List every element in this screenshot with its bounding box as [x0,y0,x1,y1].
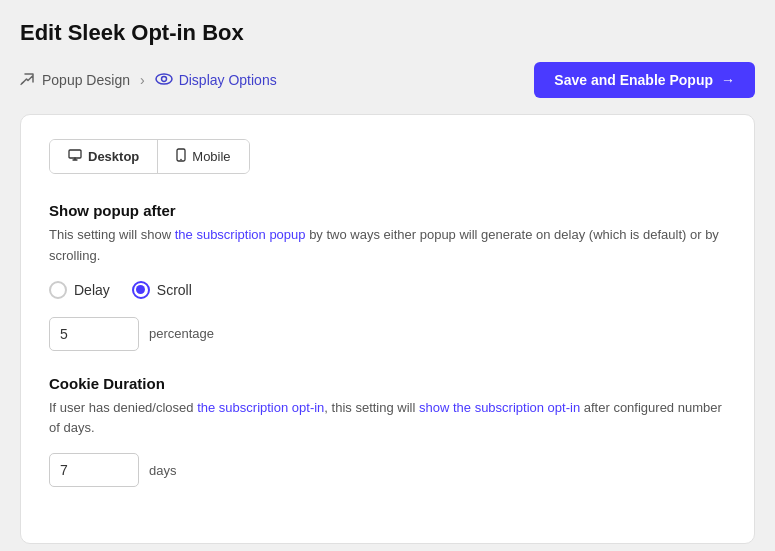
save-button-label: Save and Enable Popup [554,72,713,88]
cookie-days-input[interactable] [49,453,139,487]
cookie-duration-desc: If user has denied/closed the subscripti… [49,398,726,440]
tab-row: Desktop Mobile [49,139,250,174]
radio-delay-indicator [49,281,67,299]
design-icon [20,71,36,90]
tab-mobile[interactable]: Mobile [158,140,248,173]
breadcrumb-step2-label: Display Options [179,72,277,88]
show-popup-title: Show popup after [49,202,726,219]
cookie-days-row: days [49,453,726,487]
scroll-percentage-row: percentage [49,317,726,351]
mobile-icon [176,148,186,165]
radio-scroll-indicator [132,281,150,299]
arrow-right-icon: → [721,72,735,88]
svg-point-0 [156,74,172,84]
tab-desktop-label: Desktop [88,149,139,164]
tab-mobile-label: Mobile [192,149,230,164]
cookie-days-label: days [149,463,176,478]
radio-scroll[interactable]: Scroll [132,281,192,299]
scroll-percentage-label: percentage [149,326,214,341]
page-title: Edit Sleek Opt-in Box [20,20,755,46]
cookie-desc-highlight1: the subscription opt-in [197,400,324,415]
breadcrumb-step1[interactable]: Popup Design [20,71,130,90]
desc-highlight1: the subscription popup [175,227,306,242]
breadcrumb-step1-label: Popup Design [42,72,130,88]
radio-delay[interactable]: Delay [49,281,110,299]
radio-scroll-label: Scroll [157,282,192,298]
cookie-duration-section: Cookie Duration If user has denied/close… [49,375,726,488]
tab-desktop[interactable]: Desktop [50,140,158,173]
svg-rect-2 [69,150,81,158]
save-enable-popup-button[interactable]: Save and Enable Popup → [534,62,755,98]
svg-point-4 [180,159,182,161]
eye-icon [155,72,173,89]
cookie-desc-highlight2: show the subscription opt-in [419,400,580,415]
svg-point-1 [161,76,166,81]
show-popup-desc: This setting will show the subscription … [49,225,726,267]
breadcrumb-step2[interactable]: Display Options [155,72,277,89]
main-card: Desktop Mobile Show popup after This set… [20,114,755,544]
cookie-duration-title: Cookie Duration [49,375,726,392]
breadcrumb-bar: Popup Design › Display Options Save and … [20,62,755,98]
breadcrumb: Popup Design › Display Options [20,71,277,90]
scroll-percentage-input[interactable] [49,317,139,351]
radio-scroll-dot [136,285,145,294]
show-popup-radio-group: Delay Scroll [49,281,726,299]
breadcrumb-separator: › [140,72,145,88]
show-popup-section: Show popup after This setting will show … [49,202,726,351]
radio-delay-label: Delay [74,282,110,298]
desktop-icon [68,149,82,164]
